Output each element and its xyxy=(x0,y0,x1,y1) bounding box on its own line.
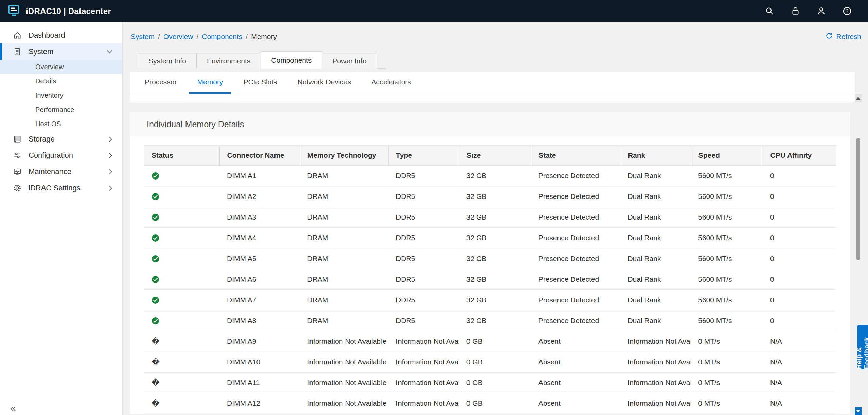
breadcrumb-link-system[interactable]: System xyxy=(131,33,155,41)
cell-memory-technology: DRAM xyxy=(300,166,388,186)
help-feedback-tab[interactable]: Help & Feedback xyxy=(857,325,868,369)
cell-rank: Information Not Avai... xyxy=(620,352,691,373)
tab-environments[interactable]: Environments xyxy=(196,53,261,69)
cell-status xyxy=(144,228,219,248)
col-memory-technology: Memory Technology xyxy=(300,146,388,166)
cell-size: 32 GB xyxy=(459,310,531,331)
cell-cpu-affinity: N/A xyxy=(763,393,836,414)
cell-connector-name: DIMM A2 xyxy=(219,186,300,207)
maintenance-icon xyxy=(13,167,22,176)
search-icon[interactable] xyxy=(763,4,776,18)
primary-tabs: System Info Environments Components Powe… xyxy=(138,53,385,69)
cell-speed: 5600 MT/s xyxy=(691,166,763,186)
cell-state: Presence Detected xyxy=(531,186,620,207)
cell-cpu-affinity: 0 xyxy=(763,186,836,207)
sidebar-item-performance[interactable]: Performance xyxy=(0,102,122,117)
cell-rank: Information Not Avai... xyxy=(620,393,691,414)
sidebar-collapse-button[interactable]: « xyxy=(10,403,16,413)
scrollbar-thumb[interactable] xyxy=(856,138,860,260)
sidebar-item-inventory[interactable]: Inventory xyxy=(0,88,122,102)
cell-status: � xyxy=(144,331,219,352)
cell-size: 32 GB xyxy=(459,269,531,290)
help-icon[interactable]: ? xyxy=(840,4,854,18)
cell-memory-technology: Information Not Available xyxy=(300,373,388,393)
card-header: Individual Memory Details xyxy=(130,112,850,137)
sidebar-item-label: Dashboard xyxy=(29,31,65,40)
sidebar-item-host-os[interactable]: Host OS xyxy=(0,117,122,131)
cell-connector-name: DIMM A1 xyxy=(219,166,300,186)
sidebar-item-label: Storage xyxy=(29,135,55,144)
cell-type: Information Not Avai... xyxy=(388,352,459,373)
tab-power-info[interactable]: Power Info xyxy=(322,53,377,69)
chevron-right-icon xyxy=(107,153,112,158)
cell-rank: Dual Rank xyxy=(620,290,691,310)
cell-memory-technology: DRAM xyxy=(300,186,388,207)
table-row: DIMM A3 DRAM DDR5 32 GB Presence Detecte… xyxy=(144,207,836,228)
cell-state: Presence Detected xyxy=(531,166,620,186)
col-type: Type xyxy=(388,146,459,166)
card-body: Status Connector Name Memory Technology … xyxy=(130,137,850,414)
tab-components[interactable]: Components xyxy=(261,51,322,69)
col-cpu-affinity: CPU Affinity xyxy=(763,146,836,166)
system-icon xyxy=(13,47,22,56)
cell-status: � xyxy=(144,373,219,393)
cell-type: DDR5 xyxy=(388,166,459,186)
cell-type: Information Not Avai... xyxy=(388,373,459,393)
cell-size: 0 GB xyxy=(459,373,531,393)
tab-system-info[interactable]: System Info xyxy=(138,53,197,69)
topbar-icons: ? xyxy=(763,4,854,18)
cell-connector-name: DIMM A5 xyxy=(219,248,300,269)
tab-pcie-slots[interactable]: PCIe Slots xyxy=(235,72,285,94)
col-rank: Rank xyxy=(620,146,691,166)
cell-memory-technology: DRAM xyxy=(300,207,388,228)
cell-type: DDR5 xyxy=(388,186,459,207)
sidebar-item-dashboard[interactable]: Dashboard xyxy=(0,27,122,43)
refresh-button[interactable]: Refresh xyxy=(825,32,861,41)
lock-icon[interactable] xyxy=(789,4,802,18)
tab-network-devices[interactable]: Network Devices xyxy=(289,72,359,94)
cell-size: 0 GB xyxy=(459,393,531,414)
user-icon[interactable] xyxy=(814,4,828,18)
sidebar-item-storage[interactable]: Storage xyxy=(0,131,122,147)
status-unknown-icon: � xyxy=(152,337,160,346)
cell-rank: Dual Rank xyxy=(620,269,691,290)
status-unknown-icon: � xyxy=(152,399,160,408)
cell-memory-technology: DRAM xyxy=(300,290,388,310)
sidebar-item-details[interactable]: Details xyxy=(0,74,122,88)
tab-processor[interactable]: Processor xyxy=(137,72,185,94)
cell-connector-name: DIMM A9 xyxy=(219,331,300,352)
scrollbar-down-button[interactable] xyxy=(855,407,862,415)
sidebar-item-overview[interactable]: Overview xyxy=(0,60,122,74)
cell-status xyxy=(144,166,219,186)
cell-state: Presence Detected xyxy=(531,269,620,290)
breadcrumb-row: System / Overview / Components / Memory … xyxy=(123,22,868,41)
scrollbar-up-button[interactable] xyxy=(855,94,862,102)
memory-table-body: DIMM A1 DRAM DDR5 32 GB Presence Detecte… xyxy=(144,166,836,414)
cell-memory-technology: Information Not Available xyxy=(300,331,388,352)
sidebar: Dashboard System Overview Details Invent… xyxy=(0,22,123,415)
sidebar-item-configuration[interactable]: Configuration xyxy=(0,147,122,164)
breadcrumb-link-overview[interactable]: Overview xyxy=(163,33,193,41)
table-row: DIMM A8 DRAM DDR5 32 GB Presence Detecte… xyxy=(144,310,836,331)
sidebar-subitem-label: Details xyxy=(35,77,56,85)
tab-accelerators[interactable]: Accelerators xyxy=(363,72,419,94)
table-row: DIMM A7 DRAM DDR5 32 GB Presence Detecte… xyxy=(144,290,836,310)
cell-speed: 5600 MT/s xyxy=(691,186,763,207)
breadcrumb-link-components[interactable]: Components xyxy=(202,33,242,41)
sidebar-item-system[interactable]: System xyxy=(0,43,122,60)
card-title: Individual Memory Details xyxy=(147,119,244,129)
tab-memory[interactable]: Memory xyxy=(189,72,231,94)
gear-icon xyxy=(13,184,22,192)
sidebar-item-maintenance[interactable]: Maintenance xyxy=(0,164,122,180)
cell-connector-name: DIMM A6 xyxy=(219,269,300,290)
cell-size: 0 GB xyxy=(459,331,531,352)
refresh-label: Refresh xyxy=(836,33,861,41)
chevron-right-icon xyxy=(107,136,112,142)
cell-memory-technology: Information Not Available xyxy=(300,352,388,373)
memory-table-header: Status Connector Name Memory Technology … xyxy=(144,146,836,166)
cell-status xyxy=(144,186,219,207)
status-ok-icon xyxy=(152,193,159,201)
col-state: State xyxy=(531,146,620,166)
sidebar-item-idrac-settings[interactable]: iDRAC Settings xyxy=(0,180,122,196)
cell-connector-name: DIMM A7 xyxy=(219,290,300,310)
